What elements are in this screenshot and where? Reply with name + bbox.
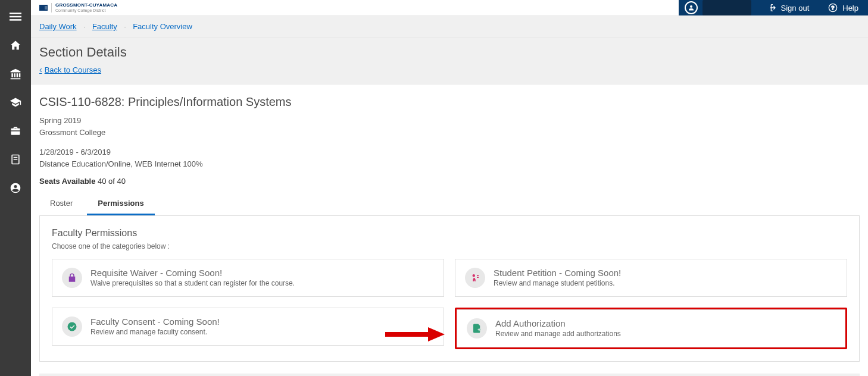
modality-label: Distance Education/Online, WEB Internet … (39, 158, 860, 170)
panel-hint: Choose one of the categories below : (52, 242, 847, 250)
side-nav (0, 0, 31, 376)
svg-rect-0 (10, 12, 21, 14)
tab-roster[interactable]: Roster (39, 193, 83, 215)
lock-icon (62, 268, 82, 288)
card-desc: Review and manage faculty consent. (90, 328, 220, 336)
brand-subtitle: Community College District (55, 8, 117, 13)
avatar-icon (685, 1, 698, 14)
permissions-panel: Faculty Permissions Choose one of the ca… (39, 216, 860, 362)
card-requisite-waiver[interactable]: Requisite Waiver - Coming Soon! Waive pr… (52, 259, 444, 297)
brand-logo: GROSSMONT-CUYAMACA Community College Dis… (39, 3, 117, 12)
sign-out-label: Sign out (781, 4, 810, 12)
card-title: Student Petition - Coming Soon! (494, 268, 621, 278)
top-bar: GROSSMONT-CUYAMACA Community College Dis… (31, 0, 868, 15)
brand-title: GROSSMONT-CUYAMACA (55, 3, 117, 8)
user-circle-icon[interactable] (10, 182, 21, 194)
svg-text:?: ? (832, 5, 835, 11)
dates-label: 1/28/2019 - 6/3/2019 (39, 146, 860, 158)
student-icon (465, 268, 485, 288)
breadcrumb: Daily Work · Faculty · Faculty Overview (31, 15, 868, 37)
home-icon[interactable] (10, 39, 21, 51)
seats-value: 40 of 40 (98, 177, 126, 186)
chevron-left-icon: ‹ (39, 65, 42, 74)
footer: © 2000-2019 Ellucian Company L.P. and it… (39, 374, 860, 376)
help-icon: ? (828, 3, 838, 12)
breadcrumb-sep: · (124, 23, 126, 30)
document-plus-icon (467, 318, 487, 339)
arrow-annotation (385, 327, 445, 343)
college-label: Grossmont College (39, 127, 860, 139)
sign-out-icon (767, 3, 776, 12)
back-label: Back to Courses (45, 65, 101, 74)
course-title: CSIS-110-6828: Principles/Information Sy… (39, 95, 860, 109)
svg-rect-2 (10, 19, 21, 20)
card-student-petition[interactable]: Student Petition - Coming Soon! Review a… (455, 259, 847, 297)
book-icon[interactable] (10, 153, 21, 165)
seats-label: Seats Available (39, 177, 95, 186)
svg-marker-6 (428, 327, 445, 341)
briefcase-icon[interactable] (10, 125, 21, 137)
help-label: Help (842, 4, 858, 12)
page-title: Section Details (39, 45, 860, 60)
sub-header: Section Details ‹ Back to Courses (31, 37, 868, 84)
breadcrumb-faculty[interactable]: Faculty (92, 22, 117, 31)
tabs: Roster Permissions (39, 193, 860, 216)
card-title: Requisite Waiver - Coming Soon! (90, 268, 295, 278)
card-desc: Review and manage add authorizations (495, 330, 621, 338)
seats-available: Seats Available 40 of 40 (39, 177, 860, 186)
sign-out-button[interactable]: Sign out (757, 0, 819, 15)
logo-mark (39, 5, 48, 11)
term-label: Spring 2019 (39, 115, 860, 127)
user-menu[interactable] (679, 0, 757, 15)
menu-icon[interactable] (10, 11, 21, 23)
back-to-courses-link[interactable]: ‹ Back to Courses (39, 65, 101, 74)
tab-permissions[interactable]: Permissions (87, 193, 154, 215)
svg-rect-1 (10, 16, 21, 18)
graduation-icon[interactable] (10, 96, 21, 108)
consent-icon (62, 317, 82, 337)
highlight-annotation: Add Authorization Review and manage add … (455, 308, 847, 349)
card-title: Add Authorization (495, 318, 621, 328)
panel-heading: Faculty Permissions (52, 228, 847, 239)
breadcrumb-daily-work[interactable]: Daily Work (39, 22, 77, 31)
breadcrumb-current: Faculty Overview (133, 22, 192, 31)
svg-rect-5 (385, 332, 428, 337)
card-desc: Review and manage student petitions. (494, 279, 621, 287)
breadcrumb-sep: · (83, 23, 85, 30)
help-button[interactable]: ? Help (819, 0, 868, 15)
institution-icon[interactable] (10, 68, 21, 80)
card-title: Faculty Consent - Coming Soon! (90, 317, 220, 327)
user-name-box (702, 0, 751, 15)
card-desc: Waive prerequisites so that a student ca… (90, 279, 295, 287)
card-add-authorization[interactable]: Add Authorization Review and manage add … (457, 309, 845, 347)
